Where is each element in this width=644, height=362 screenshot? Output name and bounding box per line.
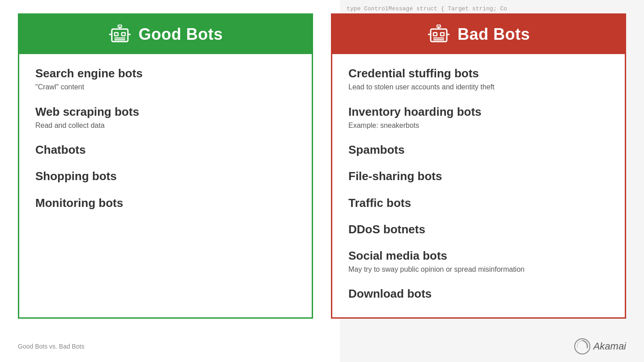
akamai-text: Akamai: [593, 341, 626, 352]
bot-name: Web scraping bots: [35, 105, 296, 119]
bot-name: Social media bots: [348, 249, 609, 263]
cards-wrapper: Good Bots Search engine bots"Crawl" cont…: [18, 13, 626, 319]
list-item: Download bots: [348, 287, 609, 301]
bot-desc: "Crawl" content: [35, 82, 296, 92]
svg-rect-2: [118, 25, 122, 27]
bot-name: Inventory hoarding bots: [348, 105, 609, 119]
list-item: File-sharing bots: [348, 169, 609, 183]
bot-name: DDoS botnets: [348, 223, 609, 236]
svg-rect-13: [441, 33, 444, 36]
bot-name: Download bots: [348, 287, 609, 301]
bot-name: File-sharing bots: [348, 169, 609, 183]
bad-bots-header: Bad Bots: [332, 15, 625, 54]
bad-bots-robot-icon: [427, 23, 450, 46]
bot-desc: Read and collect data: [35, 121, 296, 130]
good-bots-body: Search engine bots"Crawl" contentWeb scr…: [19, 54, 312, 226]
list-item: Spambots: [348, 143, 609, 157]
good-bots-header: Good Bots: [19, 15, 312, 54]
bot-name: Credential stuffing bots: [348, 67, 609, 80]
list-item: DDoS botnets: [348, 223, 609, 236]
bot-name: Spambots: [348, 143, 609, 157]
svg-rect-12: [433, 33, 437, 36]
bot-name: Chatbots: [35, 143, 296, 157]
good-bots-card: Good Bots Search engine bots"Crawl" cont…: [18, 13, 313, 319]
list-item: Web scraping botsRead and collect data: [35, 105, 296, 131]
bot-name: Traffic bots: [348, 196, 609, 210]
bad-bots-body: Credential stuffing botsLead to stolen u…: [332, 54, 625, 317]
bad-bots-title: Bad Bots: [458, 25, 530, 44]
bot-desc: Example: sneakerbots: [348, 121, 609, 130]
svg-rect-4: [122, 33, 125, 36]
list-item: Chatbots: [35, 143, 296, 157]
list-item: Credential stuffing botsLead to stolen u…: [348, 67, 609, 93]
good-bots-robot-icon: [108, 23, 131, 46]
akamai-logo-icon: [574, 338, 591, 355]
footer-label: Good Bots vs. Bad Bots: [18, 343, 85, 350]
footer: Good Bots vs. Bad Bots Akamai: [18, 338, 626, 355]
bot-name: Search engine bots: [35, 67, 296, 80]
svg-rect-11: [437, 25, 441, 27]
list-item: Traffic bots: [348, 196, 609, 210]
bot-desc: Lead to stolen user accounts and identit…: [348, 82, 609, 92]
svg-rect-3: [114, 33, 118, 36]
list-item: Search engine bots"Crawl" content: [35, 67, 296, 93]
list-item: Inventory hoarding botsExample: sneakerb…: [348, 105, 609, 131]
bot-name: Shopping bots: [35, 169, 296, 183]
bot-desc: May try to sway public opinion or spread…: [348, 265, 609, 274]
akamai-logo: Akamai: [574, 338, 626, 355]
bot-name: Monitoring bots: [35, 196, 296, 210]
list-item: Monitoring bots: [35, 196, 296, 210]
main-container: Good Bots Search engine bots"Crawl" cont…: [0, 0, 644, 362]
bad-bots-card: Bad Bots Credential stuffing botsLead to…: [331, 13, 626, 319]
good-bots-title: Good Bots: [139, 25, 223, 44]
list-item: Social media botsMay try to sway public …: [348, 249, 609, 275]
list-item: Shopping bots: [35, 169, 296, 183]
